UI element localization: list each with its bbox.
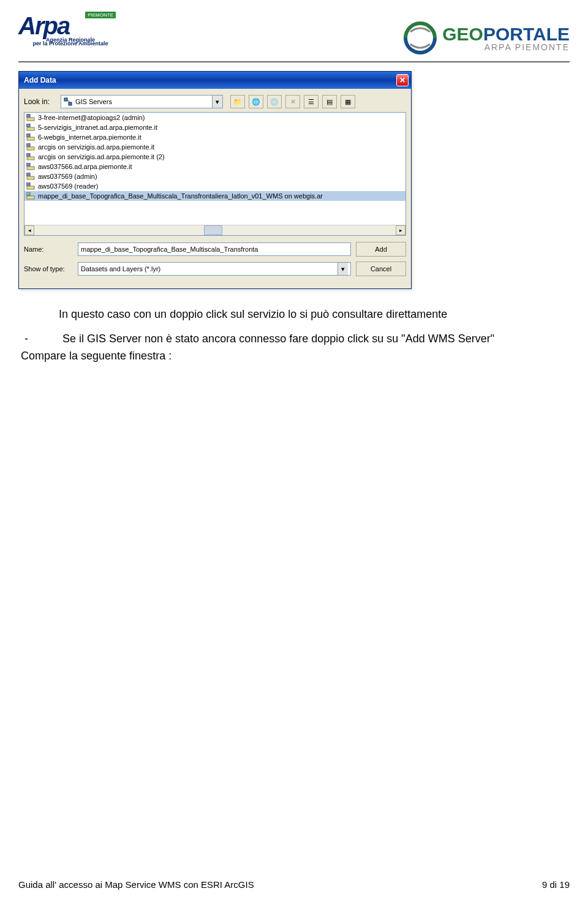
look-in-label: Look in: [24,97,57,106]
type-label: Show of type: [24,265,73,272]
scroll-left-button[interactable]: ◂ [24,225,34,235]
server-icon [26,113,36,122]
server-icon [26,133,36,141]
type-value: Datasets and Layers (*.lyr) [81,265,160,272]
geoportale-geo: GEO [442,24,483,44]
list-icon: ☰ [308,98,314,106]
name-input[interactable]: mappe_di_base_Topografica_Base_Multiscal… [78,242,351,256]
disconnect-button[interactable]: 🌐 [267,95,282,108]
horizontal-scrollbar[interactable]: ◂ ▸ [24,225,405,235]
list-item[interactable]: 3-free-internet@atopioags2 (admin) [24,113,405,122]
svg-rect-10 [26,143,30,146]
paragraph-2: Se il GIS Server non è stato ancora conn… [62,331,494,348]
dropdown-arrow-icon: ▾ [337,263,348,275]
add-data-dialog: Add Data ✕ Look in: GIS Servers ▾ 📁 🌐 [18,71,412,289]
svg-rect-15 [27,176,34,179]
scroll-track[interactable] [34,225,396,235]
server-icon [26,152,36,161]
arpa-logo: PIEMONTE Arpa Agenzia Regionale per la P… [18,12,123,56]
file-list[interactable]: 3-free-internet@atopioags2 (admin) 5-ser… [24,112,406,236]
dialog-toolbar: Look in: GIS Servers ▾ 📁 🌐 🌐 ✕ ☰ ▤ ▦ [19,89,411,112]
name-label: Name: [24,246,73,253]
server-icon [26,162,36,171]
server-icon [26,182,36,190]
dropdown-arrow-icon: ▾ [212,96,222,108]
connect-icon: 🌐 [252,98,260,106]
svg-rect-14 [26,163,30,166]
svg-rect-11 [27,157,34,160]
body-text: In questo caso con un doppio click sul s… [21,306,567,372]
svg-rect-16 [26,173,30,176]
svg-rect-17 [27,186,34,189]
list-item[interactable]: arcgis on servizigis.ad.arpa.piemonte.it [24,142,405,152]
svg-rect-4 [26,114,30,117]
list-item[interactable]: arcgis on servizigis.ad.arpa.piemonte.it… [24,152,405,162]
cancel-button[interactable]: Cancel [356,261,406,276]
svg-rect-19 [27,196,34,199]
servers-icon [63,97,73,107]
dialog-titlebar[interactable]: Add Data ✕ [19,72,411,89]
list-item[interactable]: aws037566.ad.arpa.piemonte.it [24,162,405,171]
up-folder-button[interactable]: 📁 [230,95,245,108]
scroll-thumb[interactable] [204,225,222,235]
svg-rect-7 [27,137,34,140]
bullet-dash: - [24,331,62,348]
svg-rect-18 [26,182,30,186]
page-footer: Guida all' accesso ai Map Service WMS co… [18,867,570,890]
svg-rect-13 [27,167,34,170]
list-item[interactable]: aws037569 (admin) [24,171,405,181]
scroll-right-button[interactable]: ▸ [396,225,405,235]
close-icon: ✕ [399,76,405,85]
page-number: 9 di 19 [542,879,570,890]
svg-rect-0 [64,98,67,101]
wms-icon [26,192,36,200]
server-icon [26,172,36,181]
dialog-title: Add Data [24,76,56,85]
name-value: mappe_di_base_Topografica_Base_Multiscal… [81,246,258,253]
svg-rect-12 [26,153,30,156]
list-item[interactable]: aws037569 (reader) [24,181,405,191]
server-icon [26,143,36,151]
list-item-selected[interactable]: mappe_di_base_Topografica_Base_Multiscal… [24,191,405,201]
up-folder-icon: 📁 [233,98,242,106]
list-item[interactable]: 6-webgis_internet.arpa.piemonte.it [24,132,405,142]
server-icon [26,123,36,132]
close-button[interactable]: ✕ [396,74,409,86]
connect-button[interactable]: 🌐 [249,95,263,108]
paragraph-1: In questo caso con un doppio click sul s… [59,306,567,323]
svg-rect-3 [27,118,34,121]
svg-rect-20 [26,192,30,195]
delete-button[interactable]: ✕ [285,95,300,108]
globe-icon [402,20,439,56]
list-view-button[interactable]: ☰ [304,95,318,108]
delete-icon: ✕ [290,98,296,106]
thumbnails-icon: ▦ [345,98,351,106]
arpa-sub2: per la Protezione Ambientale [18,41,123,47]
svg-rect-9 [27,147,34,150]
type-dropdown[interactable]: Datasets and Layers (*.lyr) ▾ [78,262,351,276]
footer-title: Guida all' accesso ai Map Service WMS co… [18,879,254,890]
page-header: PIEMONTE Arpa Agenzia Regionale per la P… [18,12,570,62]
dialog-form: Name: mappe_di_base_Topografica_Base_Mul… [19,236,411,288]
geoportale-logo: GEOPORTALE ARPA PIEMONTE [402,20,570,56]
geoportale-portale: PORTALE [483,24,570,44]
look-in-value: GIS Servers [75,98,112,105]
details-icon: ▤ [326,98,333,106]
add-button[interactable]: Add [356,242,406,257]
svg-rect-6 [26,124,30,127]
svg-rect-8 [26,133,30,137]
list-item[interactable]: 5-servizigis_intranet.ad.arpa.piemonte.i… [24,122,405,132]
paragraph-3: Compare la seguente finestra : [21,348,567,365]
thumbnails-view-button[interactable]: ▦ [341,95,355,108]
look-in-dropdown[interactable]: GIS Servers ▾ [61,95,223,108]
arpa-badge: PIEMONTE [85,11,116,19]
disconnect-icon: 🌐 [270,98,279,106]
svg-rect-5 [27,127,34,130]
details-view-button[interactable]: ▤ [322,95,337,108]
